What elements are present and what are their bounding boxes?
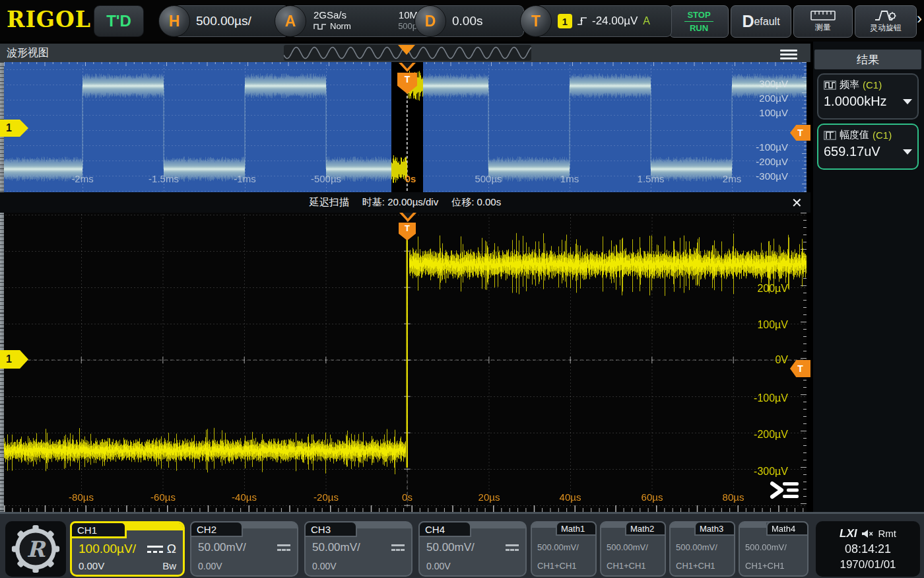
rigol-logo: RIGOL xyxy=(7,7,91,32)
trigger-source-badge: 1 xyxy=(558,14,572,28)
acquire-mode-icon xyxy=(314,22,327,30)
upper-volt-label: -300µV xyxy=(731,171,788,182)
upper-time-label: -1ms xyxy=(218,174,271,184)
math-card-math2[interactable]: Math2 500.00mV/ CH1+CH1 xyxy=(600,521,666,577)
measurement-channel: (C1) xyxy=(863,79,882,90)
rigol-gear-button[interactable]: R xyxy=(5,521,66,577)
math3-scale: 500.00mV/ xyxy=(676,542,717,552)
math-card-math3[interactable]: Math3 500.00mV/ CH1+CH1 xyxy=(669,521,735,577)
upper-trigger-position-triangle[interactable] xyxy=(399,63,416,72)
channel-card-ch1[interactable]: CH1 100.00µV/ Ω 0.00V Bw xyxy=(70,521,185,577)
measure-label: 测量 xyxy=(815,22,831,33)
ch4-top-strip xyxy=(470,523,525,528)
main-volt-label: -300µV xyxy=(730,466,788,477)
main-trigger-position-triangle[interactable] xyxy=(399,213,416,222)
quick-knob-button[interactable]: 灵动旋钮 xyxy=(855,5,917,38)
ch1-tab: CH1 xyxy=(70,521,127,538)
gear-logo-icon: R xyxy=(11,524,60,573)
math4-expr: CH1+CH1 xyxy=(745,561,785,571)
lxi-logo: LXI xyxy=(840,527,857,540)
math1-scale: 500.00mV/ xyxy=(537,542,579,552)
measurement-channel: (C1) xyxy=(873,129,892,141)
upper-time-label: 1ms xyxy=(543,174,596,184)
main-time-label: -40µs xyxy=(218,492,271,503)
channel-card-ch2[interactable]: CH2 50.00mV/ 0.00V xyxy=(190,521,298,577)
ch2-offset: 0.00V xyxy=(198,561,222,571)
ch2-tab: CH2 xyxy=(190,521,243,537)
ch4-scale: 50.00mV/ xyxy=(426,541,475,554)
top-toolbar: RIGOL T'D H 500.00µs/ A 2GSa/s 10Mpts No… xyxy=(0,0,924,42)
ch4-tab: CH4 xyxy=(418,521,471,537)
dc-coupling-icon xyxy=(506,544,519,551)
measurement-card-amplitude[interactable]: 幅度值(C1) 659.17uV xyxy=(817,124,919,170)
toolbar-next-chevron[interactable]: › xyxy=(917,11,922,26)
horizontal-scale-box[interactable]: 500.00µs/ xyxy=(174,5,289,37)
math-card-math4[interactable]: Math4 500.00mV/ CH1+CH1 xyxy=(739,521,808,577)
trigger-box[interactable]: 1 -24.00µV A xyxy=(536,5,672,37)
math2-top-strip xyxy=(601,523,626,528)
upper-time-label: -1.5ms xyxy=(137,174,190,184)
speaker-muted-icon xyxy=(861,529,873,538)
main-waveform-canvas[interactable] xyxy=(4,213,807,512)
trigger-sweep-mode: A xyxy=(643,15,650,27)
ch1-offset: 0.00V xyxy=(79,560,104,571)
delay-knob[interactable]: D xyxy=(414,5,446,37)
ch3-offset: 0.00V xyxy=(312,561,337,571)
horizontal-position-indicator[interactable] xyxy=(398,45,415,55)
math1-expr: CH1+CH1 xyxy=(537,561,577,571)
measurement-name: 幅度值 xyxy=(840,129,869,141)
upper-volt-label: 100µV xyxy=(731,108,788,118)
rising-edge-icon xyxy=(576,15,588,27)
dropdown-caret-icon[interactable] xyxy=(903,99,912,104)
results-panel: 结果 频率(C1) 1.0000kHz 幅度值(C1) 659.17uV xyxy=(813,42,924,512)
delayed-sweep-offset: 位移: 0.00s xyxy=(451,196,501,209)
main-time-label: 80µs xyxy=(707,492,760,503)
run-label: RUN xyxy=(690,23,708,33)
ch1-bandwidth: Bw xyxy=(162,560,176,571)
status-date: 1970/01/01 xyxy=(840,558,896,571)
trigger-status-button[interactable]: T'D xyxy=(94,5,144,37)
channel-card-ch3[interactable]: CH3 50.00mV/ 0.00V xyxy=(304,521,412,577)
horizontal-knob[interactable]: H xyxy=(158,5,190,37)
math-card-math1[interactable]: Math1 500.00mV/ CH1+CH1 xyxy=(531,521,597,577)
quick-knob-icon xyxy=(874,9,897,21)
measurement-card-frequency[interactable]: 频率(C1) 1.0000kHz xyxy=(817,73,919,120)
dc-coupling-icon xyxy=(277,544,290,551)
acquire-knob[interactable]: A xyxy=(275,5,306,37)
math3-tab: Math3 xyxy=(694,521,735,536)
main-volt-label: 100µV xyxy=(730,320,788,330)
default-button[interactable]: Default xyxy=(731,5,791,38)
stop-label: STOP xyxy=(687,10,710,20)
main-volt-label: 0V xyxy=(730,355,788,365)
results-header: 结果 xyxy=(814,50,921,69)
upper-volt-label: 300µV xyxy=(731,79,788,89)
ruler-icon xyxy=(810,11,836,20)
main-time-label: 0s xyxy=(381,492,434,503)
math4-tab: Math4 xyxy=(766,521,808,536)
math4-scale: 500.00mV/ xyxy=(745,542,787,552)
ch3-top-strip xyxy=(356,523,411,528)
ch3-scale: 50.00mV/ xyxy=(312,541,360,554)
close-delayed-sweep-icon[interactable]: ✕ xyxy=(791,196,803,209)
menu-icon[interactable] xyxy=(780,48,797,61)
status-time: 08:14:21 xyxy=(845,542,891,556)
math2-expr: CH1+CH1 xyxy=(607,561,646,571)
stop-run-button[interactable]: STOP RUN xyxy=(669,5,729,38)
status-clock-block[interactable]: LXI Rmt 08:14:21 1970/01/01 xyxy=(816,521,920,577)
upper-time-label-zero: 0s xyxy=(384,174,437,184)
delayed-sweep-timebase: 时基: 20.00µs/div xyxy=(362,196,438,209)
measurement-icon xyxy=(824,131,836,140)
channel-card-ch4[interactable]: CH4 50.00mV/ 0.00V xyxy=(418,521,527,577)
trigger-knob[interactable]: T xyxy=(520,5,552,37)
sample-rate: 2GSa/s xyxy=(314,9,346,20)
default-cap: D xyxy=(742,12,754,31)
ch1-scale: 100.00µV/ xyxy=(79,542,136,556)
measure-button[interactable]: 测量 xyxy=(793,5,853,38)
dropdown-caret-icon[interactable] xyxy=(903,149,912,155)
ch3-tab: CH3 xyxy=(304,521,357,537)
main-volt-label: -200µV xyxy=(730,429,788,440)
ch2-scale: 50.00mV/ xyxy=(198,541,246,554)
ch2-top-strip xyxy=(242,523,297,528)
dc-coupling-icon xyxy=(147,546,163,553)
expand-menu-icon[interactable] xyxy=(770,480,801,501)
